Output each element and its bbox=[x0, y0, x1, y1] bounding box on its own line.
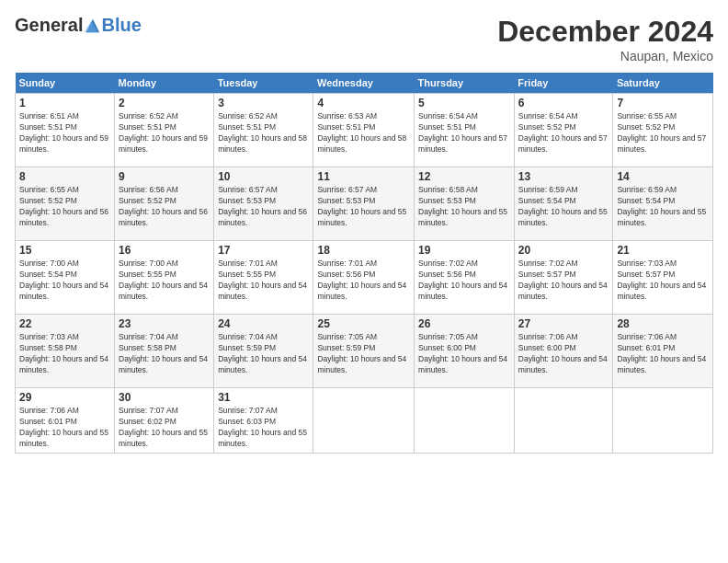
day-number: 4 bbox=[317, 97, 410, 109]
day-info: Sunrise: 6:51 AMSunset: 5:51 PMDaylight:… bbox=[19, 111, 110, 155]
header: General Blue December 2024 Naupan, Mexic… bbox=[15, 15, 713, 63]
table-row: 16 Sunrise: 7:00 AMSunset: 5:55 PMDaylig… bbox=[115, 241, 214, 315]
day-number: 1 bbox=[19, 97, 110, 109]
day-info: Sunrise: 7:01 AMSunset: 5:55 PMDaylight:… bbox=[218, 259, 309, 303]
day-info: Sunrise: 7:06 AMSunset: 6:00 PMDaylight:… bbox=[518, 332, 609, 376]
table-row bbox=[514, 388, 613, 454]
day-info: Sunrise: 7:05 AMSunset: 5:59 PMDaylight:… bbox=[317, 332, 410, 376]
day-number: 21 bbox=[617, 244, 709, 257]
day-number: 16 bbox=[119, 244, 210, 257]
header-tuesday: Tuesday bbox=[214, 73, 313, 94]
day-number: 15 bbox=[19, 244, 110, 257]
day-info: Sunrise: 7:07 AMSunset: 6:03 PMDaylight:… bbox=[218, 406, 309, 450]
header-monday: Monday bbox=[115, 73, 214, 94]
day-number: 22 bbox=[19, 317, 110, 330]
day-info: Sunrise: 7:02 AMSunset: 5:56 PMDaylight:… bbox=[418, 259, 510, 303]
day-info: Sunrise: 6:54 AMSunset: 5:52 PMDaylight:… bbox=[518, 111, 609, 155]
table-row: 15 Sunrise: 7:00 AMSunset: 5:54 PMDaylig… bbox=[16, 241, 115, 315]
table-row: 10 Sunrise: 6:57 AMSunset: 5:53 PMDaylig… bbox=[214, 167, 313, 241]
logo: General Blue bbox=[15, 15, 142, 36]
day-number: 5 bbox=[418, 97, 510, 109]
table-row bbox=[613, 388, 713, 454]
day-number: 27 bbox=[518, 317, 609, 330]
day-number: 7 bbox=[617, 97, 709, 109]
table-row: 18 Sunrise: 7:01 AMSunset: 5:56 PMDaylig… bbox=[313, 241, 415, 315]
logo-general: General bbox=[15, 15, 83, 36]
day-info: Sunrise: 6:57 AMSunset: 5:53 PMDaylight:… bbox=[218, 185, 309, 229]
table-row: 23 Sunrise: 7:04 AMSunset: 5:58 PMDaylig… bbox=[115, 315, 214, 388]
table-row: 28 Sunrise: 7:06 AMSunset: 6:01 PMDaylig… bbox=[613, 315, 713, 388]
day-number: 31 bbox=[218, 391, 309, 404]
day-number: 19 bbox=[418, 244, 510, 257]
table-row: 24 Sunrise: 7:04 AMSunset: 5:59 PMDaylig… bbox=[214, 315, 313, 388]
day-info: Sunrise: 6:54 AMSunset: 5:51 PMDaylight:… bbox=[418, 111, 510, 155]
day-number: 10 bbox=[218, 170, 309, 183]
day-info: Sunrise: 7:03 AMSunset: 5:57 PMDaylight:… bbox=[617, 259, 709, 303]
day-info: Sunrise: 7:07 AMSunset: 6:02 PMDaylight:… bbox=[119, 406, 210, 450]
day-number: 6 bbox=[518, 97, 609, 109]
table-row: 30 Sunrise: 7:07 AMSunset: 6:02 PMDaylig… bbox=[115, 388, 214, 454]
day-info: Sunrise: 6:55 AMSunset: 5:52 PMDaylight:… bbox=[19, 185, 110, 229]
table-row: 9 Sunrise: 6:56 AMSunset: 5:52 PMDayligh… bbox=[115, 167, 214, 241]
table-row bbox=[415, 388, 515, 454]
day-info: Sunrise: 6:59 AMSunset: 5:54 PMDaylight:… bbox=[518, 185, 609, 229]
day-number: 25 bbox=[317, 317, 410, 330]
weekday-header-row: Sunday Monday Tuesday Wednesday Thursday… bbox=[16, 73, 713, 94]
table-row: 6 Sunrise: 6:54 AMSunset: 5:52 PMDayligh… bbox=[514, 94, 613, 167]
table-row: 17 Sunrise: 7:01 AMSunset: 5:55 PMDaylig… bbox=[214, 241, 313, 315]
header-friday: Friday bbox=[514, 73, 613, 94]
day-number: 28 bbox=[617, 317, 709, 330]
table-row: 29 Sunrise: 7:06 AMSunset: 6:01 PMDaylig… bbox=[16, 388, 115, 454]
day-info: Sunrise: 6:58 AMSunset: 5:53 PMDaylight:… bbox=[418, 185, 510, 229]
day-number: 11 bbox=[317, 170, 410, 183]
table-row: 21 Sunrise: 7:03 AMSunset: 5:57 PMDaylig… bbox=[613, 241, 713, 315]
day-number: 12 bbox=[418, 170, 510, 183]
day-info: Sunrise: 7:04 AMSunset: 5:59 PMDaylight:… bbox=[218, 332, 309, 376]
day-info: Sunrise: 7:06 AMSunset: 6:01 PMDaylight:… bbox=[617, 332, 709, 376]
table-row: 13 Sunrise: 6:59 AMSunset: 5:54 PMDaylig… bbox=[514, 167, 613, 241]
day-number: 23 bbox=[119, 317, 210, 330]
table-row: 27 Sunrise: 7:06 AMSunset: 6:00 PMDaylig… bbox=[514, 315, 613, 388]
day-info: Sunrise: 6:52 AMSunset: 5:51 PMDaylight:… bbox=[218, 111, 309, 155]
table-row: 1 Sunrise: 6:51 AMSunset: 5:51 PMDayligh… bbox=[16, 94, 115, 167]
day-info: Sunrise: 7:01 AMSunset: 5:56 PMDaylight:… bbox=[317, 259, 410, 303]
main-container: General Blue December 2024 Naupan, Mexic… bbox=[0, 0, 728, 563]
day-number: 29 bbox=[19, 391, 110, 404]
table-row: 12 Sunrise: 6:58 AMSunset: 5:53 PMDaylig… bbox=[415, 167, 515, 241]
calendar: Sunday Monday Tuesday Wednesday Thursday… bbox=[15, 73, 713, 454]
table-row: 20 Sunrise: 7:02 AMSunset: 5:57 PMDaylig… bbox=[514, 241, 613, 315]
day-info: Sunrise: 7:03 AMSunset: 5:58 PMDaylight:… bbox=[19, 332, 110, 376]
day-info: Sunrise: 6:57 AMSunset: 5:53 PMDaylight:… bbox=[317, 185, 410, 229]
day-number: 9 bbox=[119, 170, 210, 183]
table-row bbox=[313, 388, 415, 454]
day-info: Sunrise: 7:00 AMSunset: 5:54 PMDaylight:… bbox=[19, 259, 110, 303]
day-info: Sunrise: 6:56 AMSunset: 5:52 PMDaylight:… bbox=[119, 185, 210, 229]
table-row: 19 Sunrise: 7:02 AMSunset: 5:56 PMDaylig… bbox=[415, 241, 515, 315]
table-row: 8 Sunrise: 6:55 AMSunset: 5:52 PMDayligh… bbox=[16, 167, 115, 241]
day-info: Sunrise: 6:52 AMSunset: 5:51 PMDaylight:… bbox=[119, 111, 210, 155]
day-number: 24 bbox=[218, 317, 309, 330]
title-block: December 2024 Naupan, Mexico bbox=[497, 15, 713, 63]
table-row: 2 Sunrise: 6:52 AMSunset: 5:51 PMDayligh… bbox=[115, 94, 214, 167]
day-info: Sunrise: 6:59 AMSunset: 5:54 PMDaylight:… bbox=[617, 185, 709, 229]
table-row: 4 Sunrise: 6:53 AMSunset: 5:51 PMDayligh… bbox=[313, 94, 415, 167]
day-number: 3 bbox=[218, 97, 309, 109]
day-number: 20 bbox=[518, 244, 609, 257]
day-number: 14 bbox=[617, 170, 709, 183]
table-row: 5 Sunrise: 6:54 AMSunset: 5:51 PMDayligh… bbox=[415, 94, 515, 167]
day-info: Sunrise: 7:04 AMSunset: 5:58 PMDaylight:… bbox=[119, 332, 210, 376]
logo-icon bbox=[85, 17, 101, 34]
header-wednesday: Wednesday bbox=[313, 73, 415, 94]
day-info: Sunrise: 7:00 AMSunset: 5:55 PMDaylight:… bbox=[119, 259, 210, 303]
day-number: 26 bbox=[418, 317, 510, 330]
table-row: 3 Sunrise: 6:52 AMSunset: 5:51 PMDayligh… bbox=[214, 94, 313, 167]
table-row: 7 Sunrise: 6:55 AMSunset: 5:52 PMDayligh… bbox=[613, 94, 713, 167]
day-info: Sunrise: 7:06 AMSunset: 6:01 PMDaylight:… bbox=[19, 406, 110, 450]
logo-blue: Blue bbox=[101, 15, 141, 36]
day-info: Sunrise: 7:02 AMSunset: 5:57 PMDaylight:… bbox=[518, 259, 609, 303]
day-info: Sunrise: 7:05 AMSunset: 6:00 PMDaylight:… bbox=[418, 332, 510, 376]
table-row: 31 Sunrise: 7:07 AMSunset: 6:03 PMDaylig… bbox=[214, 388, 313, 454]
table-row: 22 Sunrise: 7:03 AMSunset: 5:58 PMDaylig… bbox=[16, 315, 115, 388]
location: Naupan, Mexico bbox=[497, 49, 713, 63]
table-row: 26 Sunrise: 7:05 AMSunset: 6:00 PMDaylig… bbox=[415, 315, 515, 388]
